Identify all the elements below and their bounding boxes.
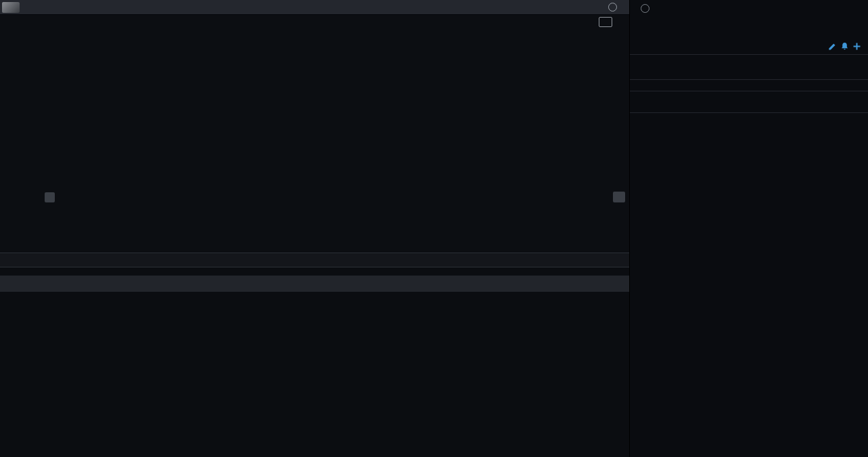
price-row (630, 16, 868, 41)
table-body (0, 292, 629, 457)
toolbar-right (596, 3, 629, 12)
alert-bell-icon[interactable] (840, 42, 849, 51)
indicator-tabs (0, 253, 629, 267)
liangbi-chart[interactable] (0, 190, 629, 253)
flow-section (630, 113, 868, 265)
quote-header (630, 0, 868, 16)
app-logo-icon (2, 2, 20, 13)
shenshu-section (630, 91, 868, 113)
exchange-row (630, 41, 868, 55)
top-toolbar (0, 0, 629, 15)
add-icon[interactable] (852, 42, 861, 51)
constituents-table (0, 267, 629, 457)
realtime-section (630, 80, 868, 91)
help-icon[interactable] (608, 3, 617, 12)
intraday-chart[interactable] (0, 30, 629, 175)
quote-action-icons (825, 42, 861, 51)
close-icon[interactable] (613, 192, 625, 202)
nav-returns (637, 72, 861, 75)
flow-stats-table (630, 265, 868, 269)
indicator-help-icon[interactable] (45, 192, 55, 202)
flow-bar-chart (637, 133, 861, 249)
realtime-grid (637, 83, 861, 87)
time-axis (0, 175, 629, 190)
trading-terminal (0, 0, 868, 457)
quote-panel (629, 0, 868, 457)
flow-bar-dates (637, 249, 861, 265)
info-icon[interactable] (641, 4, 649, 13)
liangbi-header (45, 192, 68, 202)
edit-icon[interactable] (828, 42, 837, 51)
chart-info-bar (0, 15, 629, 30)
nav-section (630, 55, 868, 80)
wp-badge[interactable] (599, 17, 612, 27)
table-header-row (0, 276, 629, 292)
